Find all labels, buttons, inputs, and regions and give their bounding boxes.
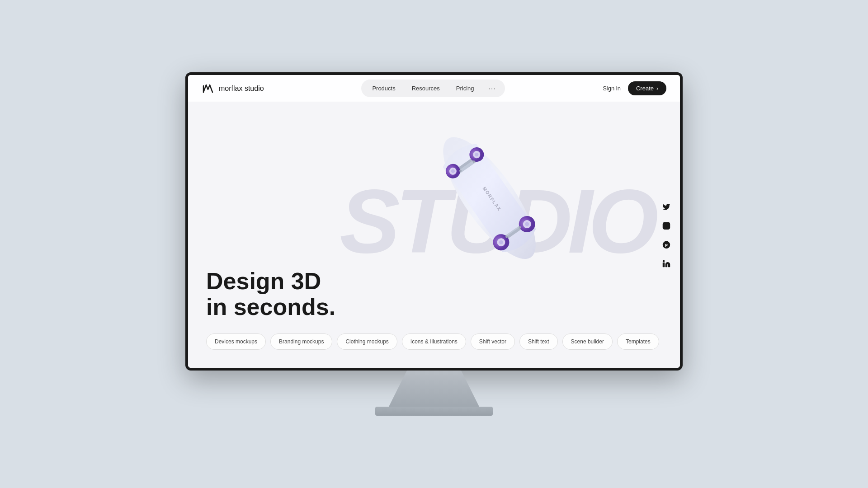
nav-more[interactable]: ···: [483, 82, 502, 94]
svg-text:P: P: [665, 243, 668, 248]
linkedin-icon[interactable]: [660, 258, 673, 270]
twitter-icon[interactable]: [660, 201, 673, 213]
pill-branding-mockups[interactable]: Branding mockups: [270, 333, 332, 350]
nav-products[interactable]: Products: [365, 82, 402, 94]
website-content: STUDIO morflax studio Products Resources: [188, 75, 680, 368]
pill-scene-builder[interactable]: Scene builder: [562, 333, 613, 350]
navbar-right: Sign in Create ›: [603, 81, 666, 95]
pill-templates[interactable]: Templates: [617, 333, 659, 350]
logo-icon: [202, 82, 214, 95]
logo-text: morflax studio: [219, 84, 264, 93]
svg-rect-27: [663, 263, 665, 267]
monitor-wrapper: STUDIO morflax studio Products Resources: [185, 72, 683, 416]
pill-shift-text[interactable]: Shift text: [519, 333, 558, 350]
social-bar: P: [660, 201, 673, 270]
nav-pricing[interactable]: Pricing: [449, 82, 481, 94]
instagram-icon[interactable]: [660, 220, 673, 232]
navbar-left: morflax studio: [202, 82, 264, 95]
navbar: morflax studio Products Resources Pricin…: [188, 75, 680, 102]
pill-devices-mockups[interactable]: Devices mockups: [206, 333, 266, 350]
svg-point-23: [665, 225, 668, 227]
create-button[interactable]: Create ›: [628, 81, 666, 95]
navbar-center: Products Resources Pricing ···: [361, 80, 505, 97]
pill-icons-illustrations[interactable]: Icons & Illustrations: [402, 333, 466, 350]
skateboard-illustration: MORFLAX: [400, 111, 571, 274]
monitor-stand: [389, 371, 479, 407]
create-arrow-icon: ›: [656, 85, 658, 92]
monitor-base: [375, 407, 493, 416]
hero-section: MORFLAX: [188, 102, 680, 368]
signin-button[interactable]: Sign in: [603, 85, 621, 92]
product-hunt-icon[interactable]: P: [660, 239, 673, 251]
pills-row: Devices mockups Branding mockups Clothin…: [206, 333, 662, 350]
pill-clothing-mockups[interactable]: Clothing mockups: [337, 333, 397, 350]
svg-point-28: [663, 260, 665, 262]
hero-title: Design 3D in seconds.: [206, 268, 662, 320]
nav-resources[interactable]: Resources: [405, 82, 447, 94]
pill-shift-vector[interactable]: Shift vector: [471, 333, 515, 350]
monitor-screen: STUDIO morflax studio Products Resources: [185, 72, 683, 371]
